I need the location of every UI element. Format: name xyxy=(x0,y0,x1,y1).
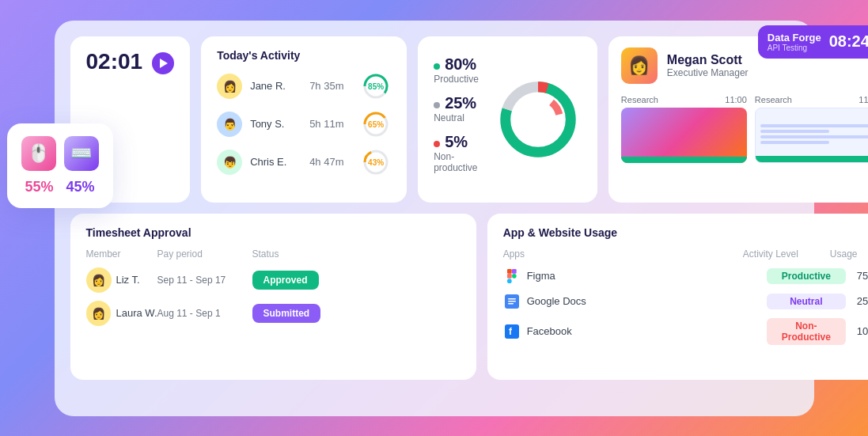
badge-sub-label: API Testing xyxy=(768,44,821,52)
prod-pct: 25% xyxy=(434,94,479,112)
screenshot-2-time: 11:20 xyxy=(859,95,868,104)
prod-pct: 80% xyxy=(434,55,479,74)
play-icon xyxy=(160,59,168,68)
svg-point-13 xyxy=(507,279,512,283)
progress-circle: 43% xyxy=(361,147,391,177)
member-avatar: 👩 xyxy=(86,301,112,326)
activity-name: Tony S. xyxy=(250,118,301,130)
timesheet-title: Timesheet Approval xyxy=(86,226,461,239)
activity-row: 👩 Jane R. 7h 35m 85% xyxy=(217,71,391,101)
pay-period: Sep 11 - Sep 17 xyxy=(157,275,252,286)
app-name: Facebook xyxy=(527,325,767,337)
svg-rect-11 xyxy=(507,269,512,274)
activity-avatar: 👨 xyxy=(217,112,242,137)
screenshot-2-label: Research xyxy=(755,95,792,104)
activity-name: Jane R. xyxy=(250,80,301,92)
prod-label: Neutral xyxy=(434,112,479,123)
profile-name: Megan Scott xyxy=(667,53,749,67)
status-badge: Submitted xyxy=(252,304,321,323)
screenshot-1: Research 11:00 xyxy=(621,95,747,163)
progress-circle: 65% xyxy=(361,109,391,139)
usage-pct: 75% xyxy=(846,270,868,282)
col-header-period: Pay period xyxy=(157,248,252,260)
screenshots-container: Research 11:00 Research 11:20 xyxy=(621,95,868,163)
svg-rect-19 xyxy=(508,303,514,305)
timesheet-card: Timesheet Approval Member Pay period Sta… xyxy=(70,214,476,380)
productivity-stats: 80% Productive 25% Neutral 5% Non-produc… xyxy=(434,55,479,183)
usage-pct: 25% xyxy=(846,295,868,307)
app-name: Figma xyxy=(527,270,767,282)
profile-card: Data Forge API Testing 08:24 👩 Megan Sco… xyxy=(608,36,868,203)
donut-chart xyxy=(495,76,582,163)
col-header-activity: Activity Level xyxy=(743,248,830,260)
mouse-percentage: 55% xyxy=(25,179,53,195)
svg-rect-12 xyxy=(507,274,512,279)
timesheet-row: 👩 Laura W. Aug 11 - Sep 1 Submitted xyxy=(86,301,461,326)
badge-app-name: Data Forge xyxy=(768,32,821,44)
usage-row: Figma Productive 75% xyxy=(503,267,868,285)
col-header-apps: Apps xyxy=(503,248,743,260)
productivity-stat: 80% Productive xyxy=(434,55,479,85)
activity-time: 7h 35m xyxy=(309,80,353,92)
activity-card: Today's Activity 👩 Jane R. 7h 35m 85% 👨 … xyxy=(201,36,407,203)
usage-title: App & Website Usage xyxy=(503,226,868,239)
timesheet-header: Member Pay period Status xyxy=(86,248,461,260)
status-badge: Approved xyxy=(252,271,319,290)
prod-label: Non-productive xyxy=(434,151,479,173)
screenshot-1-label: Research xyxy=(621,95,658,104)
prod-label: Productive xyxy=(434,74,479,85)
svg-rect-18 xyxy=(508,301,516,302)
app-name: Google Docs xyxy=(527,295,767,307)
progress-label: 65% xyxy=(368,119,384,128)
usage-row: Google Docs Neutral 25% xyxy=(503,293,868,310)
keyboard-icon: ⌨️ xyxy=(64,136,99,171)
activity-badge: Productive xyxy=(767,268,846,284)
usage-row: f Facebook Non-Productive 10% xyxy=(503,318,868,345)
activity-avatar: 👦 xyxy=(217,150,242,175)
screenshot-2-bar xyxy=(756,156,868,162)
dot-icon xyxy=(434,102,440,108)
keyboard-percentage: 45% xyxy=(66,179,95,195)
activity-time: 4h 47m xyxy=(309,156,353,168)
top-row: 02:01 Today's Activity 👩 Jane R. 7h 35m … xyxy=(70,36,869,203)
app-icon xyxy=(503,293,521,310)
screenshot-1-time: 11:00 xyxy=(725,95,747,104)
screenshot-1-thumb xyxy=(621,108,747,163)
usage-card: App & Website Usage Apps Activity Level … xyxy=(487,214,868,380)
svg-rect-15 xyxy=(512,274,517,279)
timesheet-row: 👩 Liz T. Sep 11 - Sep 17 Approved xyxy=(86,267,461,293)
activity-badge: Neutral xyxy=(767,294,846,309)
member-avatar: 👩 xyxy=(86,267,112,293)
activity-row: 👨 Tony S. 5h 11m 65% xyxy=(217,109,391,139)
progress-label: 43% xyxy=(368,157,384,166)
progress-circle: 85% xyxy=(361,71,391,101)
main-container: 🖱️ ⌨️ 55% 45% 02:01 Today's Activity 👩 J… xyxy=(55,21,814,416)
activity-avatar: 👩 xyxy=(217,74,242,99)
timer-display: 02:01 xyxy=(86,49,143,74)
activity-time: 5h 11m xyxy=(309,118,353,130)
play-button[interactable] xyxy=(152,52,174,74)
screenshot-2: Research 11:20 xyxy=(755,95,868,163)
screenshot-1-bar xyxy=(621,157,747,163)
profile-avatar: 👩 xyxy=(621,47,658,84)
progress-label: 85% xyxy=(368,82,384,90)
usage-header: Apps Activity Level Usage xyxy=(503,248,868,260)
input-usage-card: 🖱️ ⌨️ 55% 45% xyxy=(7,123,113,208)
bottom-row: Timesheet Approval Member Pay period Sta… xyxy=(70,214,869,380)
dot-icon xyxy=(434,63,440,70)
svg-rect-20 xyxy=(505,324,519,339)
app-icon xyxy=(503,267,521,285)
activity-badge: Non-Productive xyxy=(767,318,846,345)
activity-title: Today's Activity xyxy=(217,49,391,62)
pay-period: Aug 11 - Sep 1 xyxy=(157,308,252,319)
screenshot-2-thumb xyxy=(755,108,868,163)
col-header-status: Status xyxy=(252,248,461,260)
col-header-usage: Usage xyxy=(830,248,868,260)
member-name: Liz T. xyxy=(116,274,140,286)
productivity-stat: 5% Non-productive xyxy=(434,133,479,173)
dot-icon xyxy=(434,141,440,147)
profile-role: Executive Manager xyxy=(667,67,749,78)
app-icon: f xyxy=(503,323,521,340)
productivity-card: 80% Productive 25% Neutral 5% Non-produc… xyxy=(418,36,597,203)
member-name: Laura W. xyxy=(116,307,157,319)
